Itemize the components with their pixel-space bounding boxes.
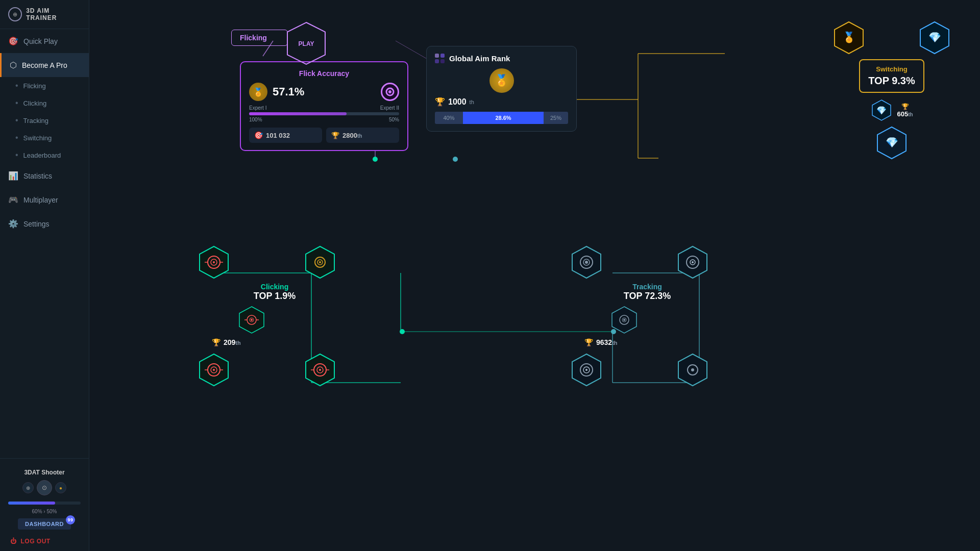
tracking-cat-label: Tracking: [584, 283, 710, 291]
play-hex-svg: PLAY: [283, 20, 329, 66]
global-gold-badge: 🏅: [489, 68, 514, 93]
leaderboard-label: Leaderboard: [23, 152, 61, 159]
svg-text:💎: 💎: [928, 31, 941, 43]
global-rank-header: Global Aim Rank: [435, 54, 568, 63]
sidebar-item-clicking[interactable]: Clicking: [4, 94, 89, 112]
svg-point-73: [585, 369, 587, 371]
rank-bar-fill: 28.6%: [463, 112, 544, 124]
sidebar-item-become-pro[interactable]: ⬡ Become A Pro: [0, 53, 89, 77]
level-right: Expert II: [380, 105, 399, 111]
sub-nav: Flicking Clicking Tracking Switching Lea…: [0, 77, 89, 164]
logout-button[interactable]: ⏻ LOG OUT: [6, 534, 83, 547]
svg-point-61: [585, 261, 588, 264]
become-pro-icon: ⬡: [10, 60, 17, 70]
rank-row: 🏆 1000 th: [435, 97, 568, 107]
score-value: 101 032: [266, 132, 290, 139]
switching-hex1: 🏅: [831, 20, 866, 55]
clicking-top-pct: TOP 1.9%: [212, 291, 337, 302]
svg-point-39: [319, 261, 321, 263]
sidebar-item-statistics[interactable]: 📊 Statistics: [0, 164, 89, 188]
ring-badge: [381, 83, 399, 101]
user-icon-small-1: ⊕: [22, 482, 34, 493]
tracking-hex-row: [569, 245, 710, 280]
power-icon: ⏻: [10, 538, 17, 545]
clicking-hex-left[interactable]: [197, 245, 231, 280]
flicking-card-label: Flicking: [231, 30, 288, 46]
sidebar-item-leaderboard[interactable]: Leaderboard: [4, 146, 89, 164]
panel-stats-row: 🏅 57.1%: [249, 83, 399, 101]
tracking-label: Tracking: [23, 117, 48, 124]
level-left: Expert I: [249, 105, 266, 111]
settings-icon: ⚙️: [8, 219, 18, 229]
sidebar: ⊕ 3D AIM TRAINER 🎯 Quick Play ⬡ Become A…: [0, 0, 89, 551]
global-rank-panel: Global Aim Rank 🏅 🏆 1000 th 40% 28.6% 25…: [426, 46, 577, 132]
tracking-bottom-right-hex[interactable]: [675, 353, 710, 387]
svg-text:💎: 💎: [876, 106, 887, 115]
tracking-hex-right[interactable]: [675, 245, 710, 280]
rank-bar-left: 40%: [435, 112, 463, 124]
svg-point-65: [692, 261, 694, 263]
user-avatar: ⊙: [37, 480, 52, 495]
dot-purple: [435, 54, 439, 58]
switching-top-nodes: 🏅 💎: [831, 20, 952, 55]
switching-diamond-hex: 💎: [870, 99, 893, 121]
svg-line-0: [263, 41, 273, 56]
dashboard-label: DASHBOARD: [25, 521, 64, 527]
rank-box: 🏆 2800th: [326, 128, 399, 143]
clicking-small-hex: [237, 306, 337, 336]
sidebar-item-settings[interactable]: ⚙️ Settings: [0, 212, 89, 236]
tracking-trophy: 🏆: [584, 338, 593, 346]
sidebar-item-switching[interactable]: Switching: [4, 129, 89, 146]
flicking-label: Flicking: [23, 82, 46, 90]
color-dots: [435, 54, 445, 63]
become-pro-label: Become A Pro: [22, 61, 67, 69]
clicking-label: Clicking: [23, 99, 47, 107]
clicking-bottom-hex-row: [197, 353, 337, 387]
tracking-rank-row: 🏆 9632th: [584, 338, 710, 346]
panel-title: Flick Accuracy: [249, 69, 399, 78]
svg-text:PLAY: PLAY: [299, 40, 314, 47]
xp-bar-container: [8, 502, 81, 505]
sidebar-item-flicking[interactable]: Flicking: [4, 77, 89, 94]
dot-blue-purple: [435, 59, 439, 63]
rank-bar-row: 40% 28.6% 25%: [435, 112, 568, 124]
xp-text: 60% › 50%: [32, 509, 57, 514]
svg-point-55: [319, 369, 321, 371]
tracking-rank: 9632th: [596, 338, 618, 346]
switching-rank-info: 🏆 605th: [897, 103, 913, 118]
tracking-bottom-hex-row: [569, 353, 710, 387]
progress-left: 100%: [249, 117, 262, 122]
panel-labels: Expert I Expert II: [249, 105, 399, 111]
clicking-cat-label: Clicking: [212, 283, 337, 291]
tracking-bottom-left-hex[interactable]: [569, 353, 604, 387]
dashboard-button[interactable]: DASHBOARD 99: [18, 518, 71, 530]
user-icon-small-2: ●: [55, 482, 66, 493]
mid-dot-clicking: [400, 329, 405, 334]
sidebar-item-quick-play[interactable]: 🎯 Quick Play: [0, 29, 89, 53]
clicking-bottom-right-hex[interactable]: [303, 353, 337, 387]
svg-text:💎: 💎: [886, 136, 898, 148]
tracking-top-pct: TOP 72.3%: [584, 291, 710, 302]
clicking-hex-right[interactable]: [303, 245, 337, 280]
svg-text:🏅: 🏅: [843, 31, 855, 43]
play-node[interactable]: PLAY: [283, 20, 329, 68]
clicking-section: Clicking TOP 1.9% 🏆 209th: [197, 245, 337, 387]
sidebar-item-tracking[interactable]: Tracking: [4, 112, 89, 129]
app-title: 3D AIM TRAINER: [26, 7, 81, 21]
switching-rank-row: 💎 🏆 605th: [870, 99, 913, 121]
logout-label: LOG OUT: [21, 538, 51, 545]
switching-hex1-group: 🏅: [831, 20, 866, 55]
svg-point-21: [388, 90, 391, 93]
flick-accuracy-panel: Flick Accuracy 🏅 57.1% Expert I Expert I…: [240, 61, 408, 151]
switching-bottom-hex: 💎: [874, 126, 909, 160]
clicking-rank-row: 🏆 209th: [212, 338, 337, 346]
clicking-rank: 209th: [224, 338, 241, 346]
xp-bar: [8, 502, 55, 505]
flicking-title: Flicking: [240, 34, 267, 42]
sidebar-item-multiplayer[interactable]: 🎮 Multiplayer: [0, 188, 89, 212]
clicking-bottom-left-hex[interactable]: [197, 353, 231, 387]
tracking-hex-left[interactable]: [569, 245, 604, 280]
quick-play-icon: 🎯: [8, 36, 18, 46]
rank-value: 2800th: [342, 132, 362, 139]
dashboard-badge: 99: [66, 515, 75, 524]
